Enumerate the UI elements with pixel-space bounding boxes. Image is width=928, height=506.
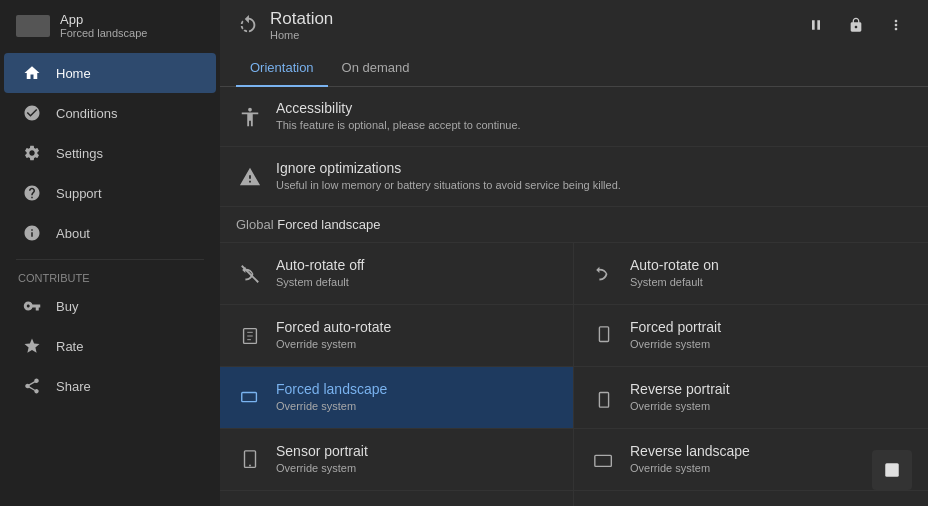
auto-rotate-on-desc: System default	[630, 275, 912, 290]
accessibility-desc: This feature is optional, please accept …	[276, 118, 912, 133]
sensor-portrait-icon	[236, 446, 264, 474]
svg-line-0	[242, 265, 259, 282]
app-subtitle: Forced landscape	[60, 27, 147, 39]
forced-portrait-title: Forced portrait	[630, 319, 912, 335]
rotation-icon	[236, 13, 260, 37]
auto-rotate-off-title: Auto-rotate off	[276, 257, 557, 273]
sidebar-divider	[16, 259, 204, 260]
svg-rect-4	[599, 392, 608, 407]
svg-point-6	[249, 464, 251, 466]
sidebar-nav: Home Conditions Settings Support	[0, 47, 220, 506]
forced-landscape-title: Forced landscape	[276, 381, 557, 397]
sidebar-item-home-label: Home	[56, 66, 91, 81]
sidebar-item-buy[interactable]: Buy	[4, 286, 216, 326]
ignore-optimizations-title: Ignore optimizations	[276, 160, 912, 176]
fab-button[interactable]	[872, 450, 912, 490]
orientation-grid: Auto-rotate off System default Auto-rota…	[220, 243, 928, 506]
option-forced-landscape[interactable]: Forced landscape Override system Overrid…	[220, 367, 574, 429]
svg-rect-12	[885, 463, 899, 477]
sidebar-item-conditions-label: Conditions	[56, 106, 117, 121]
header-title-block: Rotation Home	[270, 9, 790, 41]
forced-landscape-text: Forced landscape Override system Overrid…	[276, 381, 557, 414]
support-icon	[22, 183, 42, 203]
reverse-landscape-text: Reverse landscape Override system	[630, 443, 912, 476]
sidebar-item-settings[interactable]: Settings	[4, 133, 216, 173]
ignore-optimizations-text: Ignore optimizations Useful in low memor…	[276, 160, 912, 193]
option-auto-rotate-on[interactable]: Auto-rotate on System default	[574, 243, 928, 305]
tab-on-demand[interactable]: On demand	[328, 50, 424, 87]
sidebar-item-settings-label: Settings	[56, 146, 103, 161]
tabs: Orientation On demand	[220, 50, 928, 87]
sidebar-item-home[interactable]: Home	[4, 53, 216, 93]
reverse-landscape-icon	[590, 446, 618, 474]
auto-rotate-off-desc: System default	[276, 275, 557, 290]
lock-button[interactable]	[840, 9, 872, 41]
svg-rect-2	[599, 326, 608, 341]
auto-rotate-on-title: Auto-rotate on	[630, 257, 912, 273]
forced-portrait-icon	[590, 322, 618, 350]
sidebar-item-rate[interactable]: Rate	[4, 326, 216, 366]
warning-icon	[236, 163, 264, 191]
reverse-portrait-desc: Override system	[630, 399, 912, 414]
accessibility-icon	[236, 103, 264, 131]
option-forced-auto-rotate[interactable]: Forced auto-rotate Override system	[220, 305, 574, 367]
auto-rotate-on-text: Auto-rotate on System default	[630, 257, 912, 290]
sidebar-item-rate-label: Rate	[56, 339, 83, 354]
accessibility-title: Accessibility	[276, 100, 912, 116]
ignore-optimizations-desc: Useful in low memory or battery situatio…	[276, 178, 912, 193]
sensor-portrait-title: Sensor portrait	[276, 443, 557, 459]
tab-orientation[interactable]: Orientation	[236, 50, 328, 87]
option-forced-portrait[interactable]: Forced portrait Override system	[574, 305, 928, 367]
sensor-portrait-desc: Override system	[276, 461, 557, 476]
sidebar-item-share[interactable]: Share	[4, 366, 216, 406]
pause-button[interactable]	[800, 9, 832, 41]
forced-auto-rotate-desc: Override system	[276, 337, 557, 352]
sidebar-item-about[interactable]: About	[4, 213, 216, 253]
forced-auto-rotate-text: Forced auto-rotate Override system	[276, 319, 557, 352]
reverse-landscape-desc: Override system	[630, 461, 912, 476]
rate-icon	[22, 336, 42, 356]
option-auto-rotate-off[interactable]: Auto-rotate off System default	[220, 243, 574, 305]
contribute-label: Contribute	[0, 266, 220, 286]
sidebar-item-support[interactable]: Support	[4, 173, 216, 213]
auto-rotate-off-icon	[236, 260, 264, 288]
option-sensor-landscape[interactable]: Sensor landscape Override system	[574, 491, 928, 506]
reverse-portrait-icon	[590, 384, 618, 412]
app-info: App Forced landscape	[60, 12, 147, 39]
more-button[interactable]	[880, 9, 912, 41]
global-label: Global	[236, 217, 274, 232]
sidebar-item-conditions[interactable]: Conditions	[4, 93, 216, 133]
option-full-sensor[interactable]: Full sensor Override system	[220, 491, 574, 506]
reverse-landscape-title: Reverse landscape	[630, 443, 912, 459]
content-area: Accessibility This feature is optional, …	[220, 87, 928, 506]
header-subtitle: Home	[270, 29, 790, 41]
header: Rotation Home	[220, 0, 928, 50]
sensor-portrait-text: Sensor portrait Override system	[276, 443, 557, 476]
auto-rotate-off-text: Auto-rotate off System default	[276, 257, 557, 290]
sidebar-item-buy-label: Buy	[56, 299, 78, 314]
header-actions	[800, 9, 912, 41]
conditions-icon	[22, 103, 42, 123]
accessibility-row[interactable]: Accessibility This feature is optional, …	[220, 87, 928, 147]
option-sensor-portrait[interactable]: Sensor portrait Override system	[220, 429, 574, 491]
global-value: Forced landscape	[277, 217, 380, 232]
forced-portrait-desc: Override system	[630, 337, 912, 352]
buy-icon	[22, 296, 42, 316]
ignore-optimizations-row[interactable]: Ignore optimizations Useful in low memor…	[220, 147, 928, 207]
header-title: Rotation	[270, 9, 790, 29]
sidebar-item-share-label: Share	[56, 379, 91, 394]
reverse-portrait-text: Reverse portrait Override system	[630, 381, 912, 414]
settings-icon	[22, 143, 42, 163]
sidebar: App Forced landscape Home Conditions Set…	[0, 0, 220, 506]
option-reverse-portrait[interactable]: Reverse portrait Override system	[574, 367, 928, 429]
share-icon	[22, 376, 42, 396]
svg-rect-3	[242, 392, 257, 401]
global-row: Global Forced landscape	[220, 207, 928, 243]
auto-rotate-on-icon	[590, 260, 618, 288]
fab-icon	[883, 461, 901, 479]
sidebar-item-support-label: Support	[56, 186, 102, 201]
app-title: App	[60, 12, 147, 27]
about-icon	[22, 223, 42, 243]
sidebar-header: App Forced landscape	[0, 0, 220, 47]
main-panel: Rotation Home Orientation On demand	[220, 0, 928, 506]
